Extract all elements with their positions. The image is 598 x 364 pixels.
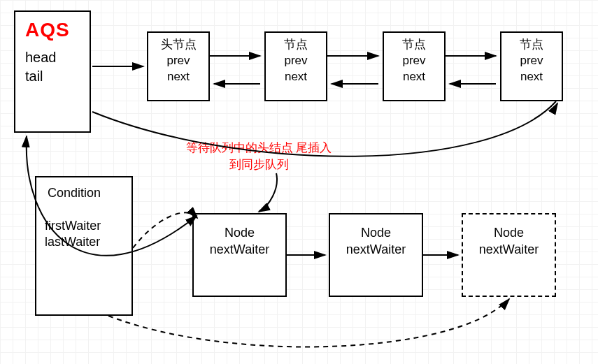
sync-node-prev: prev [154,53,203,69]
sync-node-prev: prev [507,53,556,69]
sync-node: 节点 prev next [500,31,563,101]
annotation: 等待队列中的头结点 尾插入到同步队列 [182,140,336,173]
wait-node-next: nextWaiter [199,241,280,258]
arrow-signal-to-aqs [26,136,27,145]
aqs-head-label: head [21,50,84,66]
wait-node-dashed: Node nextWaiter [462,213,556,297]
wait-node: Node nextWaiter [192,213,287,297]
sync-node-next: next [390,69,439,85]
aqs-tail-label: tail [21,68,84,85]
sync-node-next: next [154,69,203,85]
arrow-tail-to-last-head [555,103,557,108]
sync-node: 节点 prev next [264,31,327,101]
sync-node-head: 头节点 prev next [147,31,210,101]
aqs-box: AQS head tail [14,10,91,133]
sync-node-next: next [271,69,320,85]
wait-node-next: nextWaiter [469,241,549,258]
sync-node-title: 头节点 [154,37,203,53]
aqs-title: AQS [21,19,84,41]
condition-first-waiter: firstWaiter [42,219,126,233]
sync-node-prev: prev [390,53,439,69]
wait-node-next: nextWaiter [336,241,416,258]
wait-node-title: Node [336,224,416,241]
wait-node-title: Node [469,224,549,241]
wait-node-title: Node [199,224,280,241]
condition-last-waiter: lastWaiter [42,235,126,249]
arrow-lastwaiter-dashed [108,300,507,347]
arrow-lastwaiter-head [504,299,509,305]
annotation-line: 等待队列中的头结点 [186,141,293,154]
condition-title: Condition [42,186,126,201]
sync-node-prev: prev [271,53,320,69]
sync-node: 节点 prev next [383,31,446,101]
arrow-firstwaiter-dashed [133,212,196,248]
sync-node-title: 节点 [390,37,439,53]
sync-node-next: next [507,69,556,85]
sync-node-title: 节点 [271,37,320,53]
arrow-annotation-pointer [259,173,277,212]
wait-node: Node nextWaiter [329,213,423,297]
condition-box: Condition firstWaiter lastWaiter [35,176,133,316]
sync-node-title: 节点 [507,37,556,53]
